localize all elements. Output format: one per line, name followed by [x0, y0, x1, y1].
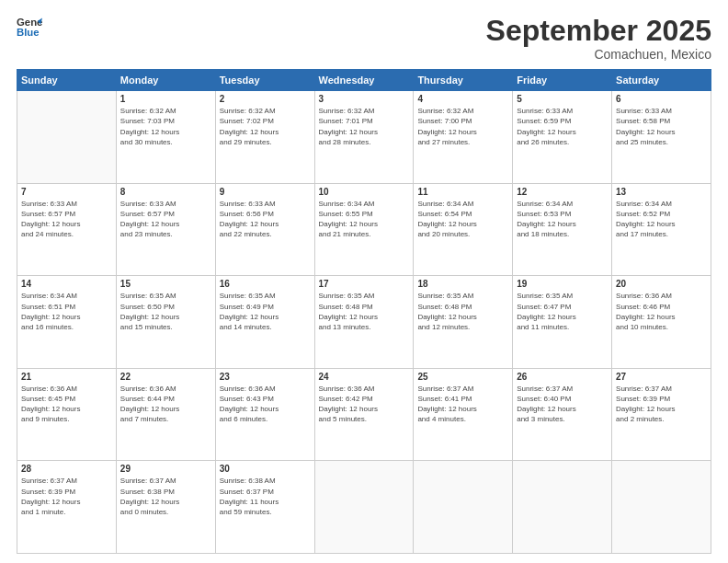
weekday-header-monday: Monday [116, 70, 215, 91]
day-info: Sunrise: 6:33 AM Sunset: 6:57 PM Dayligh… [21, 199, 112, 240]
day-info: Sunrise: 6:36 AM Sunset: 6:43 PM Dayligh… [220, 384, 311, 425]
day-number: 23 [220, 372, 311, 382]
calendar-cell: 8Sunrise: 6:33 AM Sunset: 6:57 PM Daylig… [116, 183, 215, 276]
calendar-cell: 12Sunrise: 6:34 AM Sunset: 6:53 PM Dayli… [513, 183, 612, 276]
day-number: 20 [616, 279, 707, 289]
calendar-table: SundayMondayTuesdayWednesdayThursdayFrid… [17, 69, 711, 554]
day-number: 9 [220, 187, 311, 197]
weekday-header-tuesday: Tuesday [215, 70, 314, 91]
calendar-cell: 13Sunrise: 6:34 AM Sunset: 6:52 PM Dayli… [612, 183, 711, 276]
day-info: Sunrise: 6:38 AM Sunset: 6:37 PM Dayligh… [220, 476, 311, 517]
day-number: 5 [517, 94, 608, 104]
calendar-cell: 23Sunrise: 6:36 AM Sunset: 6:43 PM Dayli… [215, 368, 314, 461]
calendar-cell [414, 461, 513, 554]
day-info: Sunrise: 6:33 AM Sunset: 6:59 PM Dayligh… [517, 106, 608, 147]
calendar-cell: 24Sunrise: 6:36 AM Sunset: 6:42 PM Dayli… [314, 368, 414, 461]
day-number: 26 [517, 372, 608, 382]
calendar-cell: 21Sunrise: 6:36 AM Sunset: 6:45 PM Dayli… [17, 368, 117, 461]
day-number: 8 [120, 187, 211, 197]
day-number: 3 [319, 94, 410, 104]
header: General Blue September 2025 Comachuen, M… [17, 15, 711, 62]
day-number: 11 [417, 187, 508, 197]
day-number: 7 [21, 187, 112, 197]
calendar-cell [612, 461, 711, 554]
title-block: September 2025 Comachuen, Mexico [486, 15, 711, 62]
day-number: 17 [319, 279, 410, 289]
day-info: Sunrise: 6:32 AM Sunset: 7:02 PM Dayligh… [220, 106, 311, 147]
day-info: Sunrise: 6:35 AM Sunset: 6:49 PM Dayligh… [220, 291, 311, 332]
calendar-page: General Blue September 2025 Comachuen, M… [0, 0, 728, 563]
day-number: 30 [220, 464, 311, 474]
day-number: 28 [21, 464, 112, 474]
day-info: Sunrise: 6:36 AM Sunset: 6:44 PM Dayligh… [120, 384, 211, 425]
day-number: 21 [21, 372, 112, 382]
day-info: Sunrise: 6:37 AM Sunset: 6:41 PM Dayligh… [417, 384, 508, 425]
day-info: Sunrise: 6:34 AM Sunset: 6:52 PM Dayligh… [616, 199, 707, 240]
calendar-cell: 1Sunrise: 6:32 AM Sunset: 7:03 PM Daylig… [116, 91, 215, 184]
weekday-header-wednesday: Wednesday [314, 70, 414, 91]
logo-icon: General Blue [17, 15, 42, 40]
day-number: 24 [319, 372, 410, 382]
week-row-3: 14Sunrise: 6:34 AM Sunset: 6:51 PM Dayli… [17, 276, 711, 369]
day-number: 14 [21, 279, 112, 289]
calendar-cell [513, 461, 612, 554]
calendar-cell: 26Sunrise: 6:37 AM Sunset: 6:40 PM Dayli… [513, 368, 612, 461]
day-info: Sunrise: 6:33 AM Sunset: 6:57 PM Dayligh… [120, 199, 211, 240]
calendar-cell: 16Sunrise: 6:35 AM Sunset: 6:49 PM Dayli… [215, 276, 314, 369]
day-info: Sunrise: 6:34 AM Sunset: 6:54 PM Dayligh… [417, 199, 508, 240]
calendar-cell: 14Sunrise: 6:34 AM Sunset: 6:51 PM Dayli… [17, 276, 117, 369]
day-info: Sunrise: 6:33 AM Sunset: 6:56 PM Dayligh… [220, 199, 311, 240]
day-number: 22 [120, 372, 211, 382]
calendar-cell: 30Sunrise: 6:38 AM Sunset: 6:37 PM Dayli… [215, 461, 314, 554]
day-number: 29 [120, 464, 211, 474]
weekday-header-saturday: Saturday [612, 70, 711, 91]
weekday-header-thursday: Thursday [414, 70, 513, 91]
calendar-cell: 17Sunrise: 6:35 AM Sunset: 6:48 PM Dayli… [314, 276, 414, 369]
day-info: Sunrise: 6:35 AM Sunset: 6:48 PM Dayligh… [417, 291, 508, 332]
calendar-cell: 10Sunrise: 6:34 AM Sunset: 6:55 PM Dayli… [314, 183, 414, 276]
day-number: 13 [616, 187, 707, 197]
weekday-header-sunday: Sunday [17, 70, 117, 91]
day-info: Sunrise: 6:32 AM Sunset: 7:03 PM Dayligh… [120, 106, 211, 147]
day-info: Sunrise: 6:34 AM Sunset: 6:55 PM Dayligh… [319, 199, 410, 240]
calendar-cell [314, 461, 414, 554]
day-number: 12 [517, 187, 608, 197]
day-number: 16 [220, 279, 311, 289]
month-title: September 2025 [486, 15, 711, 47]
week-row-2: 7Sunrise: 6:33 AM Sunset: 6:57 PM Daylig… [17, 183, 711, 276]
calendar-cell: 7Sunrise: 6:33 AM Sunset: 6:57 PM Daylig… [17, 183, 117, 276]
calendar-cell: 4Sunrise: 6:32 AM Sunset: 7:00 PM Daylig… [414, 91, 513, 184]
calendar-cell: 19Sunrise: 6:35 AM Sunset: 6:47 PM Dayli… [513, 276, 612, 369]
day-number: 25 [417, 372, 508, 382]
day-info: Sunrise: 6:36 AM Sunset: 6:42 PM Dayligh… [319, 384, 410, 425]
day-info: Sunrise: 6:36 AM Sunset: 6:45 PM Dayligh… [21, 384, 112, 425]
calendar-cell: 9Sunrise: 6:33 AM Sunset: 6:56 PM Daylig… [215, 183, 314, 276]
day-info: Sunrise: 6:36 AM Sunset: 6:46 PM Dayligh… [616, 291, 707, 332]
logo: General Blue [17, 15, 42, 40]
day-info: Sunrise: 6:32 AM Sunset: 7:00 PM Dayligh… [417, 106, 508, 147]
day-number: 4 [417, 94, 508, 104]
day-info: Sunrise: 6:37 AM Sunset: 6:39 PM Dayligh… [21, 476, 112, 517]
day-info: Sunrise: 6:34 AM Sunset: 6:53 PM Dayligh… [517, 199, 608, 240]
calendar-cell: 27Sunrise: 6:37 AM Sunset: 6:39 PM Dayli… [612, 368, 711, 461]
day-info: Sunrise: 6:33 AM Sunset: 6:58 PM Dayligh… [616, 106, 707, 147]
calendar-cell: 25Sunrise: 6:37 AM Sunset: 6:41 PM Dayli… [414, 368, 513, 461]
day-number: 10 [319, 187, 410, 197]
day-info: Sunrise: 6:32 AM Sunset: 7:01 PM Dayligh… [319, 106, 410, 147]
calendar-cell: 20Sunrise: 6:36 AM Sunset: 6:46 PM Dayli… [612, 276, 711, 369]
day-info: Sunrise: 6:37 AM Sunset: 6:39 PM Dayligh… [616, 384, 707, 425]
day-number: 1 [120, 94, 211, 104]
svg-text:Blue: Blue [17, 27, 40, 38]
calendar-cell: 2Sunrise: 6:32 AM Sunset: 7:02 PM Daylig… [215, 91, 314, 184]
day-info: Sunrise: 6:37 AM Sunset: 6:40 PM Dayligh… [517, 384, 608, 425]
day-number: 27 [616, 372, 707, 382]
day-number: 18 [417, 279, 508, 289]
calendar-cell: 15Sunrise: 6:35 AM Sunset: 6:50 PM Dayli… [116, 276, 215, 369]
day-info: Sunrise: 6:37 AM Sunset: 6:38 PM Dayligh… [120, 476, 211, 517]
day-number: 19 [517, 279, 608, 289]
weekday-header-friday: Friday [513, 70, 612, 91]
day-number: 15 [120, 279, 211, 289]
day-info: Sunrise: 6:35 AM Sunset: 6:50 PM Dayligh… [120, 291, 211, 332]
calendar-cell: 28Sunrise: 6:37 AM Sunset: 6:39 PM Dayli… [17, 461, 117, 554]
day-info: Sunrise: 6:34 AM Sunset: 6:51 PM Dayligh… [21, 291, 112, 332]
